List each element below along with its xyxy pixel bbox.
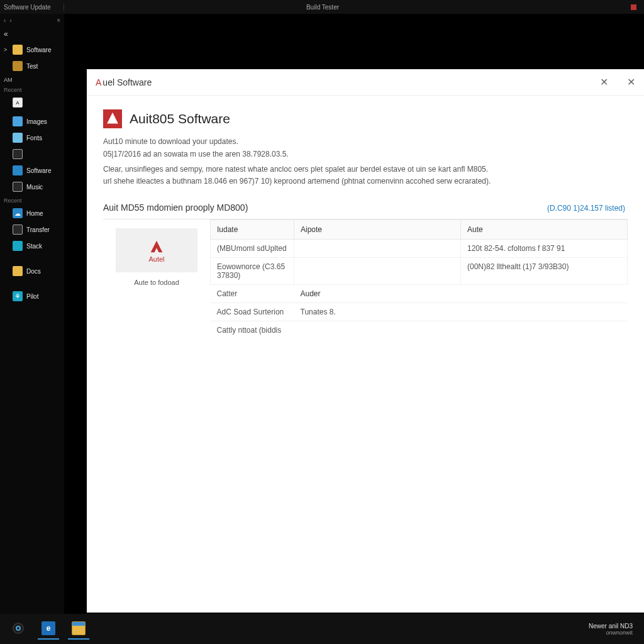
table-cell: Catter <box>211 285 294 303</box>
titlebar-app-name: Software Update <box>0 4 64 11</box>
sidebar-group-sublabel: Recent <box>0 84 64 94</box>
taskbar-tray[interactable]: Newer anil ND3 onwnonwit <box>589 623 636 636</box>
window-titlebar: Software Update Build Tester <box>0 0 644 14</box>
table-cell: Cattly nttoat (biddis <box>211 321 294 340</box>
version-line: 05|17/2016 ad an sowata m use the aren 3… <box>103 150 628 158</box>
sidebar-item-pilot[interactable]: ⚘Pilot <box>0 288 64 304</box>
sidebar-group-label: AM <box>0 74 64 84</box>
section-title: Auit MD55 mdomien prooply MD800) <box>103 203 248 213</box>
sidebar-item-softexp[interactable]: Software <box>0 162 64 179</box>
generic-icon <box>13 149 23 159</box>
table-header: Aipote <box>294 220 461 240</box>
stack-icon <box>13 241 23 251</box>
panel-close-button[interactable]: ✕ <box>600 76 608 88</box>
sidebar-item-transfer[interactable]: Transfer <box>0 221 64 238</box>
table-cell: AdC Soad Surterion <box>211 303 294 321</box>
sidebar-item-label: Software <box>26 47 51 53</box>
table-row[interactable]: (MBUmoml sdUplted 120t 82-54. cfoltoms f… <box>211 240 628 258</box>
thumbnail-logo-label: Autel <box>148 255 164 263</box>
sidebar-item-docs[interactable]: Docs <box>0 263 64 279</box>
page-heading: Auit805 Software <box>130 111 230 126</box>
music-icon <box>13 182 23 192</box>
sidebar-breadcrumb: ‹›× <box>0 14 64 26</box>
update-table: Iudate Aipote Aute (MBUmoml sdUplted 120… <box>210 219 628 339</box>
app-icon: A <box>13 97 23 108</box>
panel-title-text: uel Software <box>103 77 152 87</box>
table-header: Aute <box>461 220 628 240</box>
images-icon <box>13 116 23 126</box>
taskbar: e Newer anil ND3 onwnonwit <box>0 614 644 644</box>
sidebar-item-stack[interactable]: Stack <box>0 238 64 254</box>
table-row[interactable]: Eowownorce (C3.65 37830) (00N)82 lltheal… <box>211 258 628 285</box>
transfer-icon <box>13 225 23 235</box>
table-header: Iudate <box>211 220 294 240</box>
sidebar-close-icon[interactable]: × <box>57 17 60 24</box>
close-icon[interactable] <box>631 4 636 10</box>
description: Clear, unsinfieges and sempy, more nates… <box>103 164 619 187</box>
software-icon <box>13 165 23 175</box>
taskbar-edge-icon[interactable]: e <box>38 618 59 640</box>
table-cell: Tunates 8. <box>294 303 461 321</box>
sidebar-group-label: Recent <box>0 195 64 205</box>
titlebar-document-name: Build Tester <box>64 4 581 11</box>
sidebar: ‹›× « > Software Test AM Recent A Images… <box>0 14 64 628</box>
thumbnail-caption: Aute to fodoad <box>134 279 179 286</box>
sidebar-collapse-toggle[interactable]: « <box>0 26 64 42</box>
section-link[interactable]: (D.C90 1)24.157 listed) <box>547 204 625 213</box>
cloud-icon: ☁ <box>13 208 23 218</box>
tray-status: Newer anil ND3 <box>589 623 633 630</box>
sidebar-item-test[interactable]: Test <box>0 58 64 74</box>
folder-icon <box>13 45 23 55</box>
taskbar-cortana-icon[interactable] <box>8 618 29 640</box>
sidebar-item[interactable]: A <box>0 94 64 111</box>
sidebar-item-music[interactable]: Music <box>0 179 64 195</box>
folder-icon <box>13 266 23 276</box>
fonts-icon <box>13 133 23 143</box>
tray-substatus: onwnonwit <box>589 630 633 636</box>
folder-icon <box>13 61 23 71</box>
sidebar-item-label: Test <box>26 63 38 70</box>
sidebar-item-software[interactable]: > Software <box>0 42 64 58</box>
sidebar-item-fonts[interactable]: Fonts <box>0 130 64 146</box>
sidebar-item-images[interactable]: Images <box>0 113 64 130</box>
brand-letter: A <box>96 77 101 87</box>
sidebar-item[interactable] <box>0 146 64 162</box>
subheading: Aut10 minute to download your updates. <box>103 137 628 146</box>
panel-titlebar: A uel Software ✕ ✕ <box>87 69 644 96</box>
app-badge-icon <box>103 109 122 128</box>
sidebar-item-home[interactable]: ☁Home <box>0 205 64 221</box>
table-subheader: Auder <box>294 285 461 303</box>
panel-close-button-secondary[interactable]: ✕ <box>627 76 635 88</box>
app-panel: A uel Software ✕ ✕ Auit805 Software Aut1… <box>87 69 644 613</box>
product-thumbnail[interactable]: Autel <box>116 228 197 272</box>
taskbar-explorer-icon[interactable] <box>68 618 89 640</box>
people-icon: ⚘ <box>13 291 23 301</box>
